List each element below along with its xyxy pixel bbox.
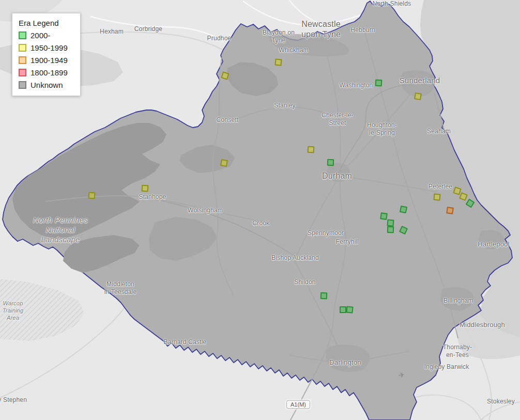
era-marker-1950-1999[interactable] [433, 193, 440, 200]
legend-item-2000: 2000- [19, 31, 74, 40]
legend-label-2000: 2000- [30, 31, 50, 40]
legend-item-1900-1949: 1900-1949 [19, 56, 74, 65]
legend-item-1950-1999: 1950-1999 [19, 43, 74, 52]
legend-swatch-1950-1999 [19, 44, 26, 52]
era-marker-1950-1999[interactable] [414, 92, 421, 100]
era-marker-2000[interactable] [399, 205, 407, 213]
era-marker-2000[interactable] [340, 306, 346, 313]
legend-swatch-1900-1949 [19, 56, 26, 64]
map-canvas[interactable]: North ShieldsNewcastle upon TyneHebburnH… [0, 0, 520, 420]
legend-swatch-1800-1899 [19, 69, 26, 76]
era-marker-1950-1999[interactable] [141, 184, 148, 192]
legend-label-1900-1949: 1900-1949 [30, 56, 68, 65]
era-marker-1950-1999[interactable] [274, 58, 282, 66]
era-marker-2000[interactable] [327, 159, 333, 165]
era-marker-2000[interactable] [320, 292, 327, 299]
legend-swatch-2000 [19, 32, 26, 39]
legend-label-1950-1999: 1950-1999 [30, 43, 68, 52]
era-marker-1950-1999[interactable] [220, 159, 227, 166]
legend-item-unknown: Unknown [19, 81, 74, 89]
era-marker-2000[interactable] [346, 306, 353, 313]
era-marker-1950-1999[interactable] [307, 146, 314, 153]
road-badge-a1m: A1(M) [286, 400, 310, 409]
legend-swatch-unknown [19, 81, 26, 89]
era-marker-2000[interactable] [387, 219, 394, 226]
legend-items: 2000-1950-19991900-19491800-1899Unknown [19, 31, 74, 89]
era-marker-1900-1949[interactable] [446, 207, 454, 214]
era-marker-2000[interactable] [387, 226, 393, 232]
era-marker-2000[interactable] [375, 79, 382, 86]
era-marker-1950-1999[interactable] [88, 192, 95, 199]
legend-label-1800-1899: 1800-1899 [30, 68, 68, 77]
era-legend: Era Legend 2000-1950-19991900-19491800-1… [12, 13, 81, 96]
legend-title: Era Legend [19, 19, 74, 27]
legend-item-1800-1899: 1800-1899 [19, 68, 74, 77]
legend-label-unknown: Unknown [30, 81, 63, 89]
training-area-hatch [0, 279, 84, 341]
era-marker-2000[interactable] [380, 212, 388, 220]
